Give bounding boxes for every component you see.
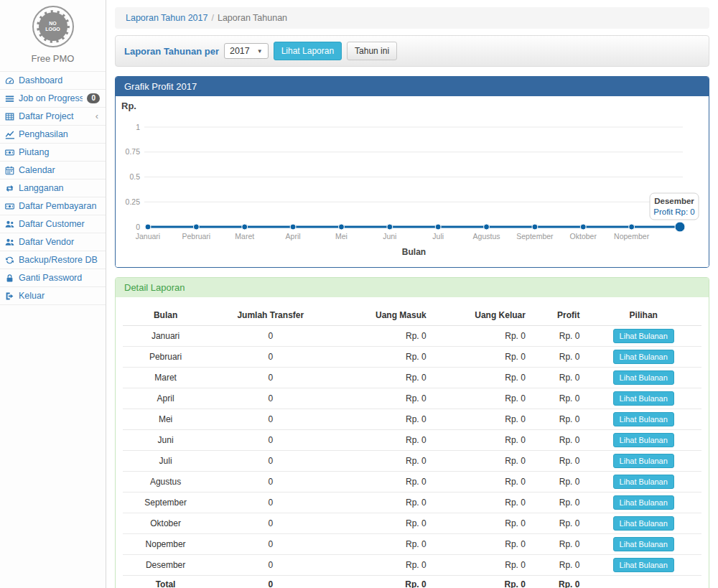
- row-keluar: Rp. 0: [432, 472, 531, 493]
- lock-icon: [5, 274, 14, 283]
- sidebar-item-daftar-customer[interactable]: Daftar Customer: [0, 215, 106, 233]
- lihat-bulanan-button[interactable]: Lihat Bulanan: [613, 475, 674, 489]
- data-point-highlighted: [675, 222, 685, 232]
- column-header-pilihan: Pilihan: [585, 306, 701, 326]
- lihat-bulanan-button[interactable]: Lihat Bulanan: [613, 516, 674, 531]
- report-table-head: Bulan Jumlah Transfer Uang Masuk Uang Ke…: [123, 306, 701, 326]
- row-profit: Rp. 0: [531, 472, 586, 493]
- row-action-cell: Lihat Bulanan: [585, 534, 701, 555]
- sign-out-icon: [5, 291, 14, 301]
- row-masuk: Rp. 0: [332, 368, 432, 388]
- chart-svg: Rp.00.250.50.751JanuariPebruariMaretApri…: [116, 96, 709, 267]
- chart-y-axis-label: Rp.: [121, 101, 136, 111]
- row-profit: Rp. 0: [531, 430, 586, 451]
- table-row: Januari0Rp. 0Rp. 0Rp. 0Lihat Bulanan: [123, 326, 701, 347]
- sidebar-item-dashboard[interactable]: Dashboard: [0, 72, 106, 90]
- lihat-laporan-button[interactable]: Lihat Laporan: [274, 42, 342, 60]
- lihat-bulanan-button[interactable]: Lihat Bulanan: [613, 495, 674, 510]
- sidebar-item-daftar-pembayaran[interactable]: Daftar Pembayaran: [0, 197, 106, 215]
- sidebar-item-piutang[interactable]: Piutang: [0, 144, 106, 162]
- lihat-bulanan-button[interactable]: Lihat Bulanan: [613, 537, 674, 551]
- row-transfer: 0: [208, 430, 332, 451]
- row-bulan: Juli: [123, 451, 208, 472]
- lihat-bulanan-button[interactable]: Lihat Bulanan: [613, 558, 674, 572]
- row-bulan: Maret: [123, 368, 208, 388]
- row-bulan: Mei: [123, 409, 208, 430]
- data-point: [484, 224, 490, 230]
- row-profit: Rp. 0: [531, 347, 586, 368]
- lihat-bulanan-button[interactable]: Lihat Bulanan: [613, 329, 674, 343]
- sidebar-item-penghasilan[interactable]: Penghasilan: [0, 126, 106, 144]
- sidebar-item-backup-restore-db[interactable]: Backup/Restore DB: [0, 251, 106, 269]
- row-profit: Rp. 0: [531, 368, 586, 388]
- detail-panel-body: Bulan Jumlah Transfer Uang Masuk Uang Ke…: [116, 297, 709, 588]
- column-header-jumlah-transfer: Jumlah Transfer: [208, 306, 332, 326]
- row-transfer: 0: [208, 493, 332, 513]
- tahun-ini-button[interactable]: Tahun ini: [347, 42, 397, 60]
- row-action-cell: Lihat Bulanan: [585, 430, 701, 451]
- row-transfer: 0: [208, 472, 332, 493]
- year-select[interactable]: 2017 ▼: [224, 43, 269, 59]
- table-row: Desember0Rp. 0Rp. 0Rp. 0Lihat Bulanan: [123, 555, 701, 576]
- sidebar-item-label: Daftar Customer: [19, 219, 100, 229]
- x-tick-label: Pebruari: [182, 232, 211, 241]
- table-row: Agustus0Rp. 0Rp. 0Rp. 0Lihat Bulanan: [123, 472, 701, 493]
- x-tick-label: Nopember: [614, 232, 650, 241]
- report-table-body: Januari0Rp. 0Rp. 0Rp. 0Lihat BulananPebr…: [123, 326, 701, 576]
- data-point: [242, 224, 248, 230]
- breadcrumb: Laporan Tahun 2017/Laporan Tahunan: [115, 7, 709, 29]
- x-tick-label: Juli: [432, 232, 444, 241]
- column-header-uang-keluar: Uang Keluar: [432, 306, 531, 326]
- breadcrumb-link-laporan-tahun[interactable]: Laporan Tahun 2017: [126, 13, 208, 23]
- row-masuk: Rp. 0: [332, 534, 432, 555]
- retweet-icon: [5, 184, 14, 193]
- row-masuk: Rp. 0: [332, 430, 432, 451]
- x-tick-label: Agustus: [473, 232, 500, 241]
- lihat-bulanan-button[interactable]: Lihat Bulanan: [613, 370, 674, 385]
- refresh-icon: [5, 256, 14, 265]
- row-keluar: Rp. 0: [432, 388, 531, 409]
- row-bulan: Juni: [123, 430, 208, 451]
- sidebar-item-daftar-vendor[interactable]: Daftar Vendor: [0, 233, 106, 251]
- lihat-bulanan-button[interactable]: Lihat Bulanan: [613, 412, 674, 426]
- sidebar-item-daftar-project[interactable]: Daftar Project‹: [0, 108, 106, 126]
- row-action-cell: Lihat Bulanan: [585, 493, 701, 513]
- x-tick-label: Mei: [335, 232, 348, 241]
- table-header-row: Bulan Jumlah Transfer Uang Masuk Uang Ke…: [123, 306, 701, 326]
- money-icon: [5, 202, 14, 211]
- row-bulan: September: [123, 493, 208, 513]
- row-masuk: Rp. 0: [332, 347, 432, 368]
- sidebar-item-calendar[interactable]: Calendar: [0, 162, 106, 179]
- row-bulan: Nopember: [123, 534, 208, 555]
- row-masuk: Rp. 0: [332, 472, 432, 493]
- row-bulan: April: [123, 388, 208, 409]
- lihat-bulanan-button[interactable]: Lihat Bulanan: [613, 391, 674, 406]
- lihat-bulanan-button[interactable]: Lihat Bulanan: [613, 350, 674, 364]
- row-masuk: Rp. 0: [332, 493, 432, 513]
- row-keluar: Rp. 0: [432, 430, 531, 451]
- y-tick-label: 0: [136, 223, 140, 231]
- tooltip-title: Desember: [654, 197, 694, 205]
- sidebar-item-langganan[interactable]: Langganan: [0, 179, 106, 197]
- table-row: Oktober0Rp. 0Rp. 0Rp. 0Lihat Bulanan: [123, 513, 701, 534]
- sidebar-item-keluar[interactable]: Keluar: [0, 287, 106, 305]
- breadcrumb-separator: /: [208, 13, 217, 23]
- row-transfer: 0: [208, 388, 332, 409]
- x-tick-label: Januari: [136, 232, 160, 241]
- main-content: Laporan Tahun 2017/Laporan Tahunan Lapor…: [106, 0, 718, 588]
- lihat-bulanan-button[interactable]: Lihat Bulanan: [613, 433, 674, 447]
- report-table: Bulan Jumlah Transfer Uang Masuk Uang Ke…: [123, 306, 701, 588]
- sidebar-item-job-on-progress[interactable]: Job on Progress0: [0, 90, 106, 108]
- report-filter-bar: Laporan Tahunan per 2017 ▼ Lihat Laporan…: [115, 35, 709, 67]
- lihat-bulanan-button[interactable]: Lihat Bulanan: [613, 454, 674, 468]
- no-logo-seal: NO LOGO: [37, 10, 70, 43]
- sidebar-item-label: Job on Progress: [19, 93, 83, 103]
- tooltip-value: Profit Rp: 0: [653, 207, 695, 216]
- users-icon: [5, 238, 14, 247]
- y-tick-label: 0.25: [126, 197, 141, 206]
- table-row: Maret0Rp. 0Rp. 0Rp. 0Lihat Bulanan: [123, 368, 701, 388]
- sidebar-item-ganti-password[interactable]: Ganti Password: [0, 269, 106, 287]
- row-keluar: Rp. 0: [432, 493, 531, 513]
- row-bulan: Agustus: [123, 472, 208, 493]
- sidebar-item-label: Daftar Pembayaran: [19, 201, 100, 211]
